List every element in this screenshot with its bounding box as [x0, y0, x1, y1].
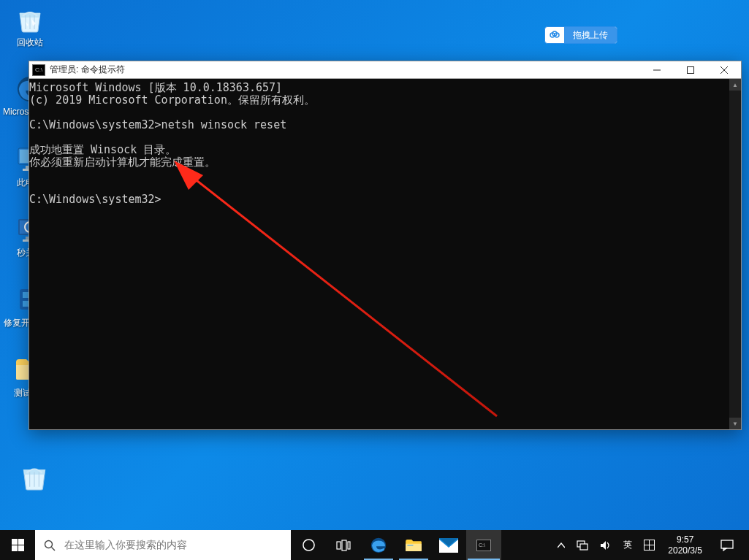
- maximize-button[interactable]: [674, 61, 707, 78]
- tray-network[interactable]: [571, 530, 594, 560]
- clock-time: 9:57: [677, 534, 693, 545]
- svg-rect-34: [348, 542, 350, 549]
- volume-icon: [600, 540, 612, 551]
- search-icon: [35, 540, 64, 551]
- search-box[interactable]: 在这里输入你要搜索的内容: [35, 530, 291, 560]
- upload-label: 拖拽上传: [564, 27, 617, 43]
- svg-rect-36: [406, 543, 422, 551]
- ime-label: 英: [623, 539, 632, 551]
- tray-ime-mode[interactable]: [638, 530, 661, 560]
- desktop[interactable]: 回收站 Microsoft Edge 此电脑 秒关机 修复开始菜单 测试123: [0, 0, 749, 560]
- taskbar-edge[interactable]: [361, 530, 396, 560]
- cmd-titlebar[interactable]: C:\ 管理员: 命令提示符: [29, 61, 741, 79]
- desktop-icon-label: 回收站: [3, 37, 57, 49]
- cmd-output: Microsoft Windows [版本 10.0.18363.657] (c…: [29, 82, 729, 206]
- close-button[interactable]: [707, 61, 741, 78]
- network-icon: [577, 540, 588, 551]
- svg-rect-47: [721, 540, 733, 548]
- taskbar-explorer[interactable]: [396, 530, 431, 560]
- scroll-down-icon[interactable]: ▼: [729, 418, 741, 429]
- clock-date: 2020/3/5: [668, 545, 702, 556]
- scroll-up-icon[interactable]: ▲: [729, 79, 741, 91]
- svg-rect-26: [18, 539, 24, 545]
- recycle-bin-icon: [14, 3, 46, 35]
- search-placeholder: 在这里输入你要搜索的内容: [64, 539, 187, 552]
- system-tray: 英 9:57 2020/3/5: [552, 530, 749, 560]
- svg-rect-25: [12, 539, 18, 545]
- svg-rect-28: [18, 545, 24, 551]
- tray-volume[interactable]: [594, 530, 617, 560]
- svg-marker-43: [601, 541, 606, 550]
- desktop-icon-recycle-bin[interactable]: 回收站: [3, 3, 57, 49]
- taskbar-mail[interactable]: [431, 530, 466, 560]
- svg-marker-48: [723, 548, 726, 551]
- windows-icon: [12, 539, 24, 551]
- action-center-button[interactable]: [710, 540, 745, 551]
- chevron-up-icon: [558, 542, 565, 548]
- tray-overflow-button[interactable]: [552, 530, 571, 560]
- edge-icon: [370, 537, 387, 554]
- svg-rect-14: [23, 301, 28, 307]
- cmd-scrollbar[interactable]: ▲ ▼: [729, 79, 741, 429]
- svg-rect-20: [688, 66, 694, 73]
- recycle-bin-shadow-icon: [19, 461, 50, 494]
- cmd-app-icon: C:\: [32, 64, 45, 76]
- ime-grid-icon: [644, 540, 655, 551]
- cortana-button[interactable]: [291, 530, 326, 560]
- upload-pill[interactable]: 拖拽上传: [544, 26, 617, 44]
- svg-rect-27: [12, 545, 18, 551]
- task-view-icon: [336, 540, 351, 551]
- svg-rect-33: [342, 540, 346, 551]
- taskbar-cmd[interactable]: C:\: [466, 530, 501, 560]
- tray-ime[interactable]: 英: [617, 530, 638, 560]
- svg-point-31: [303, 540, 313, 551]
- cortana-icon: [302, 538, 316, 552]
- svg-rect-42: [580, 544, 588, 550]
- taskbar: 在这里输入你要搜索的内容 C:\ 英 9:57: [0, 530, 749, 560]
- cloud-icon: [545, 27, 564, 43]
- taskbar-clock[interactable]: 9:57 2020/3/5: [661, 534, 710, 556]
- cmd-body[interactable]: Microsoft Windows [版本 10.0.18363.657] (c…: [29, 79, 741, 429]
- svg-line-30: [52, 547, 56, 551]
- cmd-window: C:\ 管理员: 命令提示符 Microsoft Windows [版本 10.…: [28, 61, 742, 430]
- mail-icon: [439, 538, 458, 553]
- folder-icon: [405, 537, 422, 553]
- svg-rect-32: [337, 542, 341, 549]
- cmd-title: 管理员: 命令提示符: [50, 64, 125, 76]
- cmd-icon: C:\: [476, 540, 491, 551]
- notification-icon: [721, 540, 734, 551]
- minimize-button[interactable]: [640, 61, 674, 78]
- start-button[interactable]: [0, 530, 35, 560]
- task-view-button[interactable]: [326, 530, 361, 560]
- svg-rect-12: [23, 292, 28, 298]
- svg-point-29: [45, 540, 53, 548]
- svg-rect-37: [407, 545, 413, 545]
